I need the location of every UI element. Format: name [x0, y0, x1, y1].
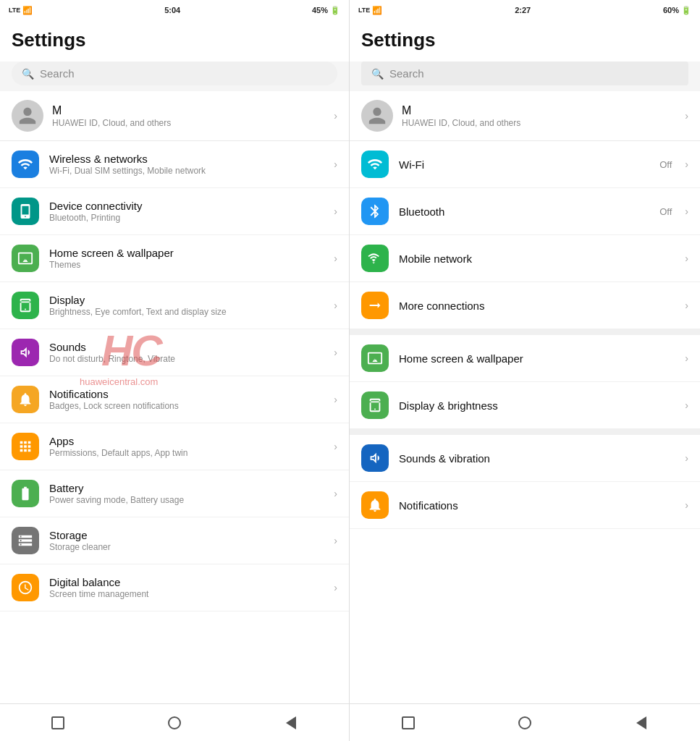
wifi-icon-right	[361, 151, 389, 178]
search-placeholder-right: Search	[389, 67, 424, 80]
profile-row-left[interactable]: M HUAWEI ID, Cloud, and others ›	[0, 91, 349, 141]
setting-battery[interactable]: Battery Power saving mode, Battery usage…	[0, 470, 349, 517]
profile-row-right[interactable]: M HUAWEI ID, Cloud, and others ›	[350, 91, 700, 141]
wireless-chevron: ›	[334, 158, 337, 170]
nav-back-right[interactable]	[633, 714, 650, 732]
profile-sub-right: HUAWEI ID, Cloud, and others	[402, 118, 676, 128]
display-icon-right	[361, 391, 389, 419]
wifi-status-right: Off	[659, 159, 672, 170]
battery-icon-left: 🔋	[330, 6, 340, 15]
battery-chevron: ›	[334, 488, 337, 499]
battery-right: 60%	[663, 6, 679, 14]
nav-home-right[interactable]	[516, 714, 534, 732]
page-title-right: Settings	[361, 29, 688, 51]
battery-icon	[12, 480, 39, 507]
avatar-left	[12, 100, 43, 132]
sounds-sub: Do not disturb, Ringtone, Vibrate	[49, 354, 324, 364]
setting-digital[interactable]: Digital balance Screen time management ›	[0, 564, 349, 611]
apps-icon	[12, 433, 39, 460]
homescreen-sub: Themes	[49, 260, 324, 270]
notifications-title-right: Notifications	[399, 499, 675, 512]
status-right-right: 60% 🔋	[663, 6, 691, 15]
bluetooth-icon-right	[361, 198, 389, 225]
setting-homescreen-right[interactable]: Home screen & wallpaper ›	[350, 335, 700, 382]
display-text-right: Display & brightness	[399, 399, 675, 412]
storage-text: Storage Storage cleaner	[49, 529, 324, 552]
nav-home-icon-right	[518, 716, 531, 729]
setting-bluetooth-right[interactable]: Bluetooth Off ›	[350, 188, 700, 235]
device-title: Device connectivity	[49, 200, 324, 212]
setting-apps[interactable]: Apps Permissions, Default apps, App twin…	[0, 423, 349, 470]
notifications-title: Notifications	[49, 388, 324, 400]
wireless-title: Wireless & networks	[49, 153, 324, 165]
battery-sub: Power saving mode, Battery usage	[49, 495, 324, 505]
display-title: Display	[49, 294, 324, 306]
wifi-title-right: Wi-Fi	[399, 158, 649, 171]
search-icon-right: 🔍	[371, 68, 384, 80]
search-bar-left[interactable]: 🔍 Search	[12, 62, 337, 85]
more-text-right: More connections	[399, 300, 675, 312]
display-text: Display Brightness, Eye comfort, Text an…	[49, 294, 324, 317]
nav-recent-left[interactable]	[49, 714, 67, 732]
notifications-icon-right	[361, 491, 389, 519]
more-icon-right	[361, 292, 389, 319]
digital-text: Digital balance Screen time management	[49, 576, 324, 599]
setting-notifications-right[interactable]: Notifications ›	[350, 482, 700, 529]
header-left: Settings	[0, 20, 349, 62]
setting-sounds[interactable]: Sounds Do not disturb, Ringtone, Vibrate…	[0, 329, 349, 376]
sounds-icon-right	[361, 444, 389, 472]
wifi-text-right: Wi-Fi	[399, 158, 649, 171]
profile-sub-left: HUAWEI ID, Cloud, and others	[52, 118, 325, 128]
profile-name-right: M	[402, 104, 676, 117]
page-title-left: Settings	[12, 29, 337, 51]
notifications-text-right: Notifications	[399, 499, 675, 512]
display-title-right: Display & brightness	[399, 399, 675, 412]
settings-list-right: Wi-Fi Off › Bluetooth Off ›	[350, 141, 700, 703]
profile-name-left: M	[52, 104, 325, 117]
sounds-icon	[12, 339, 39, 366]
nav-home-left[interactable]	[166, 714, 183, 732]
setting-device[interactable]: Device connectivity Bluetooth, Printing …	[0, 188, 349, 235]
mobile-icon-right	[361, 245, 389, 272]
display-icon	[12, 292, 39, 319]
setting-display-right[interactable]: Display & brightness ›	[350, 382, 700, 429]
profile-info-right: M HUAWEI ID, Cloud, and others	[402, 104, 676, 128]
more-title-right: More connections	[399, 300, 675, 312]
digital-chevron: ›	[334, 582, 337, 593]
search-bar-right[interactable]: 🔍 Search	[361, 62, 688, 85]
apps-title: Apps	[49, 435, 324, 447]
profile-chevron-right: ›	[685, 110, 688, 122]
homescreen-icon	[12, 245, 39, 272]
setting-wireless[interactable]: Wireless & networks Wi-Fi, Dual SIM sett…	[0, 141, 349, 188]
device-sub: Bluetooth, Printing	[49, 213, 324, 223]
bluetooth-chevron-right: ›	[685, 206, 688, 217]
search-icon-left: 🔍	[22, 68, 34, 80]
device-chevron: ›	[334, 206, 337, 217]
nav-recent-icon-right	[402, 716, 415, 729]
sounds-chevron: ›	[334, 347, 337, 358]
homescreen-text: Home screen & wallpaper Themes	[49, 247, 324, 270]
setting-homescreen[interactable]: Home screen & wallpaper Themes ›	[0, 235, 349, 282]
wireless-sub: Wi-Fi, Dual SIM settings, Mobile network	[49, 166, 324, 176]
sounds-title: Sounds	[49, 341, 324, 353]
device-icon	[12, 198, 39, 225]
setting-storage[interactable]: Storage Storage cleaner ›	[0, 517, 349, 564]
setting-mobile-right[interactable]: Mobile network ›	[350, 235, 700, 282]
nav-recent-right[interactable]	[400, 714, 417, 732]
nav-back-left[interactable]	[282, 714, 300, 732]
battery-title: Battery	[49, 482, 324, 494]
avatar-right	[361, 100, 393, 132]
setting-sounds-right[interactable]: Sounds & vibration ›	[350, 435, 700, 482]
profile-info-left: M HUAWEI ID, Cloud, and others	[52, 104, 325, 128]
time-right: 2:27	[515, 6, 531, 14]
nav-back-icon-left	[286, 716, 296, 729]
setting-notifications[interactable]: Notifications Badges, Lock screen notifi…	[0, 376, 349, 423]
homescreen-chevron: ›	[334, 253, 337, 264]
notifications-icon	[12, 386, 39, 413]
setting-display[interactable]: Display Brightness, Eye comfort, Text an…	[0, 282, 349, 329]
status-bar-right: LTE 📶 2:27 60% 🔋	[350, 0, 700, 20]
sounds-title-right: Sounds & vibration	[399, 452, 675, 465]
setting-wifi-right[interactable]: Wi-Fi Off ›	[350, 141, 700, 188]
setting-more-right[interactable]: More connections ›	[350, 282, 700, 329]
display-sub: Brightness, Eye comfort, Text and displa…	[49, 307, 324, 317]
